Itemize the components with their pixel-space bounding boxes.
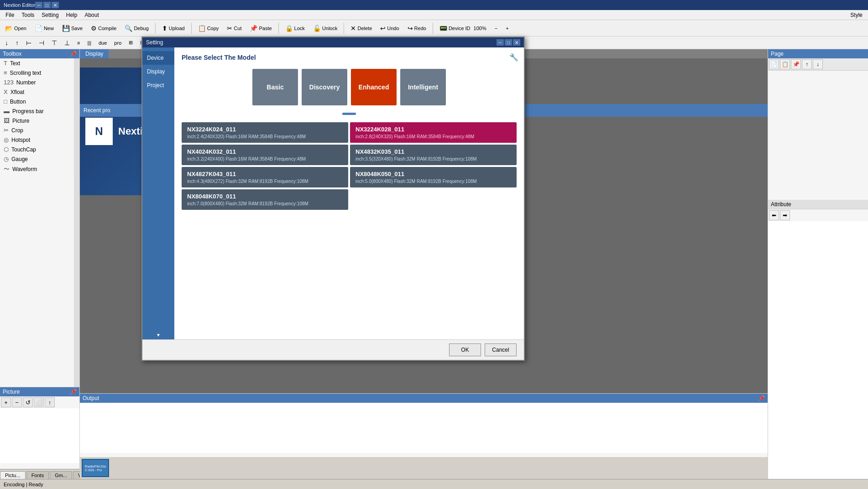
menu-tools[interactable]: Tools [18, 11, 38, 19]
open-button[interactable]: 📂 Open [2, 22, 30, 35]
paste-button[interactable]: 📌 Paste [246, 22, 275, 35]
model-item-nx4827k043[interactable]: NX4827K043_011 inch:4.3(480X272) Flash:3… [182, 167, 348, 187]
model-type-basic-btn[interactable]: Basic [252, 69, 298, 105]
toolbox-item-hotspot[interactable]: ◎ Hotspot [0, 135, 74, 145]
sidebar-item-project[interactable]: Project [142, 78, 174, 92]
pic-add-btn[interactable]: + [1, 397, 11, 407]
distribute-v-btn[interactable]: pro [111, 36, 125, 49]
align-bottom-btn[interactable]: ⊥ [61, 36, 73, 49]
toolbox-item-progress-bar[interactable]: ▬ Progress bar [0, 106, 74, 116]
model-item-nx8048k050[interactable]: NX8048K050_011 inch:5.0(800X480) Flash:3… [350, 167, 517, 187]
page-copy-btn[interactable]: 📋 [780, 59, 790, 69]
align-left-btn[interactable]: ⊢ [23, 36, 35, 49]
dialog-maximize-btn[interactable]: □ [505, 39, 512, 46]
page-down-btn[interactable]: ↓ [813, 59, 823, 69]
zoom-out-button[interactable]: − [492, 22, 501, 35]
close-btn[interactable]: ✕ [52, 2, 59, 8]
toolbox-scrollbar[interactable] [74, 58, 79, 387]
distribute-h-btn[interactable]: due [95, 36, 110, 49]
maximize-btn[interactable]: □ [43, 2, 51, 8]
output-title: Output [83, 395, 99, 401]
compile-button[interactable]: ⚙ Compile [88, 22, 120, 35]
device-id-button[interactable]: 📟 Device ID 100% [436, 22, 490, 35]
model-type-enhanced-btn[interactable]: Enhanced [351, 69, 397, 105]
pic-up-btn[interactable]: ↑ [45, 397, 55, 407]
center-v-btn[interactable]: ||| [84, 36, 94, 49]
toolbox-item-touchcap[interactable]: ⬡ TouchCap [0, 145, 74, 154]
menu-file[interactable]: File [2, 11, 18, 19]
dialog-title: Setting [146, 39, 163, 46]
delete-icon: ✕ [350, 25, 356, 32]
display-tab[interactable]: Display [80, 49, 109, 58]
toolbox-item-waveform[interactable]: 〜 Waveform [0, 164, 74, 175]
upload-button[interactable]: ⬆ Upload [159, 22, 188, 35]
model-item-nx3224k024[interactable]: NX3224K024_011 inch:2.4(240X320) Flash:1… [182, 122, 348, 143]
pic-export-btn[interactable]: ⬜ [34, 397, 44, 407]
toolbox-item-scrolling-text[interactable]: ≡ Scrolling text [0, 68, 74, 78]
toolbox-item-picture[interactable]: 🖼 Picture [0, 116, 74, 125]
center-h-btn[interactable]: ≡ [74, 36, 83, 49]
save-button[interactable]: 💾 Save [59, 22, 86, 35]
menu-about[interactable]: About [81, 11, 102, 19]
unlock-button[interactable]: 🔓 Unlock [310, 22, 341, 35]
toolbox-list: T Text ≡ Scrolling text 123 Number X Xfl… [0, 58, 74, 387]
attr-btn-2[interactable]: ➡ [780, 210, 790, 220]
save-icon: 💾 [62, 25, 70, 32]
pic-refresh-btn[interactable]: ↺ [23, 397, 33, 407]
toolbox-header: Toolbox 📌 [0, 49, 79, 58]
toolbox-item-number[interactable]: 123 Number [0, 78, 74, 87]
toolbox-item-text[interactable]: T Text [0, 58, 74, 68]
delete-button[interactable]: ✕ Delete [347, 22, 375, 35]
model-item-nx4832k035[interactable]: NX4832K035_011 inch:3.5(320X480) Flash:3… [350, 145, 517, 165]
model-item-nx3224k028[interactable]: NX3224K028_011 inch:2.8(240X320) Flash:1… [350, 122, 517, 143]
page-thumbnail-0[interactable]: RadioFM-Dis C:\000 - Pro [82, 459, 109, 477]
unlock-icon: 🔓 [313, 25, 321, 32]
page-panel-header: Page [768, 49, 868, 58]
toolbox-item-crop[interactable]: ✂ Crop [0, 125, 74, 135]
copy-label: Copy [207, 26, 219, 31]
toolbox-item-button[interactable]: □ Button [0, 97, 74, 106]
dialog-close-btn[interactable]: ✕ [513, 39, 520, 46]
page-paste-btn[interactable]: 📌 [791, 59, 801, 69]
sidebar-item-display[interactable]: Display [142, 65, 174, 78]
copy-icon: 📋 [198, 25, 206, 32]
debug-button[interactable]: 🔍 Debug [121, 22, 152, 35]
undo-button[interactable]: ↩ Undo [377, 22, 402, 35]
align-top-btn[interactable]: ⊤ [48, 36, 60, 49]
attr-btn-1[interactable]: ⬅ [769, 210, 779, 220]
dialog-minimize-btn[interactable]: ─ [497, 39, 504, 46]
sidebar-scroll-down[interactable]: ▼ [142, 331, 174, 339]
cancel-button[interactable]: Cancel [485, 343, 517, 356]
model-type-intelligent-btn[interactable]: Intelligent [400, 69, 446, 105]
cut-button[interactable]: ✂ Cut [224, 22, 245, 35]
lock-button[interactable]: 🔒 Lock [282, 22, 308, 35]
toolbox-title: Toolbox [3, 51, 21, 57]
menu-setting[interactable]: Setting [38, 11, 62, 19]
redo-button[interactable]: ↪ Redo [404, 22, 429, 35]
align-right-btn[interactable]: ⊣ [36, 36, 47, 49]
model-spec: inch:3.2(240X400) Flash:16M RAM:3584B Fr… [187, 156, 343, 161]
page-up-btn[interactable]: ↑ [802, 59, 812, 69]
grid-btn[interactable]: ⊞ [125, 36, 136, 49]
copy-button[interactable]: 📋 Copy [195, 22, 222, 35]
compile-label: Compile [98, 26, 116, 31]
selection-indicator [180, 113, 518, 115]
minimize-btn[interactable]: ─ [35, 2, 42, 8]
sidebar-item-device[interactable]: Device [142, 51, 174, 65]
toolbox-item-gauge[interactable]: ◷ Gauge [0, 154, 74, 164]
tab-gm[interactable]: Gm... [50, 471, 72, 479]
menu-help[interactable]: Help [63, 11, 81, 19]
zoom-in-button[interactable]: + [502, 22, 512, 35]
tab-picture[interactable]: Pictu... [0, 471, 26, 479]
model-type-discovery-btn[interactable]: Discovery [302, 69, 347, 105]
model-item-nx4024k032[interactable]: NX4024K032_011 inch:3.2(240X400) Flash:1… [182, 145, 348, 165]
pic-remove-btn[interactable]: − [12, 397, 22, 407]
model-item-nx8048k070[interactable]: NX8048K070_011 inch:7.0(800X480) Flash:3… [182, 189, 348, 210]
toolbox-item-xfloat[interactable]: X Xfloat [0, 87, 74, 97]
page-add-btn[interactable]: 📄 [769, 59, 779, 69]
new-button[interactable]: 📄 New [31, 22, 57, 35]
arrow-up-btn[interactable]: ↑ [12, 36, 22, 49]
tab-fonts[interactable]: Fonts [26, 471, 49, 479]
ok-button[interactable]: OK [449, 343, 481, 356]
arrow-down-btn[interactable]: ↓ [2, 36, 11, 49]
